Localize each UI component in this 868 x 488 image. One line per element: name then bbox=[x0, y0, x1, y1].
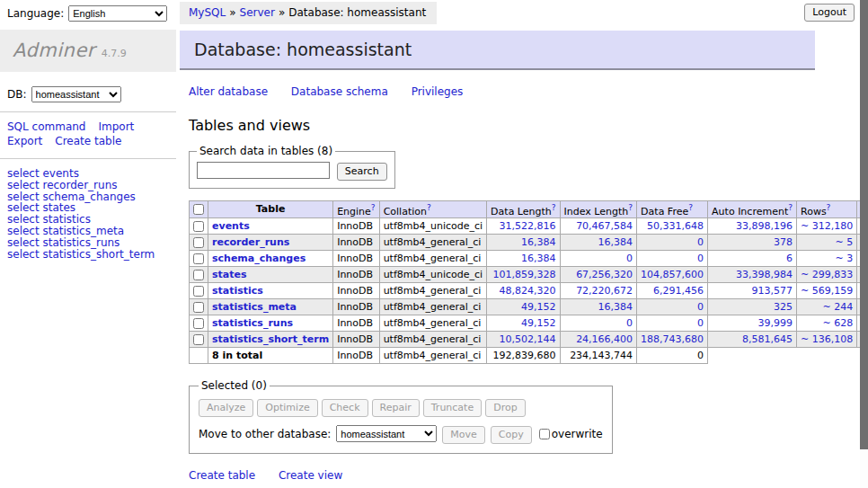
index-length-cell-link[interactable]: 24,166,400 bbox=[576, 333, 633, 345]
data-free-cell-link[interactable]: 50,331,648 bbox=[647, 220, 704, 232]
index-length-cell-link[interactable]: 16,384 bbox=[598, 301, 633, 313]
selected-action-button[interactable]: Analyze bbox=[199, 399, 253, 417]
table-name-link[interactable]: statistics_short_term bbox=[212, 333, 329, 345]
breadcrumb-link-server[interactable]: Server bbox=[240, 6, 275, 19]
help-link[interactable]: ? bbox=[827, 203, 831, 212]
table-row: statesInnoDButf8mb4_unicode_ci101,859,32… bbox=[190, 267, 868, 283]
create-table-link[interactable]: Create table bbox=[189, 469, 255, 482]
sidebar-action-link[interactable]: Import bbox=[98, 120, 134, 133]
data-length-cell-link[interactable]: 16,384 bbox=[521, 236, 556, 248]
data-free-cell-link[interactable]: 104,857,600 bbox=[641, 269, 704, 280]
help-link[interactable]: ? bbox=[688, 203, 693, 212]
data-free-cell-link[interactable]: 188,743,680 bbox=[641, 333, 704, 345]
auto-increment-cell-link[interactable]: 33,898,196 bbox=[736, 220, 793, 232]
data-free-cell-link[interactable]: 6,291,456 bbox=[653, 285, 704, 297]
table-name-link[interactable]: schema_changes bbox=[212, 253, 306, 264]
sidebar-action-link[interactable]: Create table bbox=[55, 135, 121, 147]
index-length-cell-link[interactable]: 16,384 bbox=[598, 236, 633, 248]
row-checkbox[interactable] bbox=[193, 302, 204, 313]
table-name-link[interactable]: statistics_runs bbox=[212, 317, 293, 329]
search-button[interactable]: Search bbox=[337, 163, 387, 181]
data-length-cell: 101,859,328 bbox=[487, 267, 560, 283]
index-length-cell-link[interactable]: 0 bbox=[626, 253, 633, 264]
data-free-cell-link[interactable]: 0 bbox=[697, 253, 704, 264]
data-free-cell-link[interactable]: 0 bbox=[697, 317, 704, 329]
row-checkbox[interactable] bbox=[193, 270, 204, 280]
rows-cell-link[interactable]: ~ 5 bbox=[835, 236, 853, 248]
auto-increment-cell-link[interactable]: 378 bbox=[774, 236, 793, 248]
create-view-link[interactable]: Create view bbox=[279, 469, 342, 482]
alter-database-link[interactable]: Alter database bbox=[189, 85, 268, 98]
row-checkbox[interactable] bbox=[193, 221, 204, 232]
data-free-cell-link[interactable]: 0 bbox=[697, 301, 704, 313]
auto-increment-cell-link[interactable]: 325 bbox=[774, 301, 793, 313]
data-length-cell-link[interactable]: 10,502,144 bbox=[500, 333, 556, 345]
rows-cell-link[interactable]: ~ 569,159 bbox=[801, 285, 853, 297]
rows-cell-link[interactable]: ~ 136,108 bbox=[801, 333, 853, 345]
rows-cell-link[interactable]: ~ 3 bbox=[835, 253, 853, 264]
index-length-cell-link[interactable]: 72,220,672 bbox=[576, 285, 633, 297]
copy-button[interactable]: Copy bbox=[491, 426, 532, 444]
data-length-cell-link[interactable]: 49,152 bbox=[521, 317, 556, 329]
auto-increment-cell-link[interactable]: 6 bbox=[786, 253, 793, 264]
logout-button[interactable]: Logout bbox=[804, 4, 855, 22]
table-name-link[interactable]: statistics_meta bbox=[212, 301, 297, 313]
help-link[interactable]: ? bbox=[552, 203, 556, 212]
table-name-link[interactable]: recorder_runs bbox=[212, 236, 289, 248]
language-select[interactable]: English bbox=[68, 5, 167, 22]
index-length-cell-link[interactable]: 67,256,320 bbox=[576, 269, 633, 280]
privileges-link[interactable]: Privileges bbox=[412, 85, 464, 98]
sidebar-action-link[interactable]: Export bbox=[7, 135, 42, 147]
data-length-cell-link[interactable]: 101,859,328 bbox=[493, 269, 556, 280]
table-name-link[interactable]: states bbox=[212, 269, 247, 280]
sidebar-table-link[interactable]: select statistics_meta bbox=[7, 226, 176, 237]
data-free-cell-link[interactable]: 0 bbox=[697, 236, 704, 248]
data-length-cell-link[interactable]: 48,824,320 bbox=[500, 285, 556, 297]
breadcrumb-link-mysql[interactable]: MySQL bbox=[189, 6, 226, 19]
help-link[interactable]: ? bbox=[628, 203, 633, 212]
row-checkbox[interactable] bbox=[193, 237, 204, 248]
help-link[interactable]: ? bbox=[788, 203, 793, 212]
selected-action-button[interactable]: Repair bbox=[372, 399, 420, 417]
rows-cell-link[interactable]: ~ 244 bbox=[822, 301, 853, 313]
engine-cell: InnoDB bbox=[333, 267, 379, 283]
row-checkbox[interactable] bbox=[193, 253, 204, 264]
overwrite-checkbox[interactable] bbox=[539, 429, 550, 439]
scrollbar-thumb[interactable] bbox=[860, 0, 868, 449]
selected-action-button[interactable]: Drop bbox=[485, 399, 525, 417]
auto-increment-cell-link[interactable]: 8,581,645 bbox=[742, 333, 793, 345]
data-length-cell-link[interactable]: 31,522,816 bbox=[500, 220, 556, 232]
index-length-cell-link[interactable]: 70,467,584 bbox=[576, 220, 633, 232]
row-checkbox[interactable] bbox=[193, 286, 204, 297]
table-name-link[interactable]: statistics bbox=[212, 285, 263, 297]
auto-increment-cell-link[interactable]: 39,999 bbox=[758, 317, 793, 329]
sidebar-action-link[interactable]: SQL command bbox=[7, 120, 85, 133]
move-button[interactable]: Move bbox=[442, 426, 485, 444]
vertical-scrollbar[interactable] bbox=[860, 0, 868, 488]
db-select[interactable]: homeassistant bbox=[31, 86, 121, 102]
auto-increment-cell-link[interactable]: 913,577 bbox=[752, 285, 793, 297]
help-link[interactable]: ? bbox=[371, 203, 376, 212]
index-length-cell-link[interactable]: 0 bbox=[626, 317, 633, 329]
help-link[interactable]: ? bbox=[427, 203, 431, 212]
row-checkbox[interactable] bbox=[193, 318, 204, 329]
sidebar-table-link[interactable]: select statistics_runs bbox=[7, 237, 176, 249]
selected-action-button[interactable]: Truncate bbox=[423, 399, 482, 417]
selected-action-button[interactable]: Optimize bbox=[257, 399, 317, 417]
database-schema-link[interactable]: Database schema bbox=[291, 85, 388, 98]
data-length-cell-link[interactable]: 49,152 bbox=[521, 301, 556, 313]
selected-action-button[interactable]: Check bbox=[322, 399, 368, 417]
rows-cell-link[interactable]: ~ 312,180 bbox=[801, 220, 853, 232]
rows-cell-link[interactable]: ~ 628 bbox=[822, 317, 853, 329]
rows-cell-link[interactable]: ~ 299,833 bbox=[801, 269, 853, 280]
row-checkbox[interactable] bbox=[193, 334, 204, 345]
auto-increment-cell-link[interactable]: 33,398,984 bbox=[736, 269, 793, 280]
search-input[interactable] bbox=[197, 162, 330, 179]
sidebar-table-link[interactable]: select recorder_runs bbox=[7, 180, 176, 191]
move-db-select[interactable]: homeassistant bbox=[336, 425, 437, 442]
sidebar-table-link[interactable]: select events bbox=[7, 168, 176, 180]
sidebar-table-link[interactable]: select statistics_short_term bbox=[7, 249, 176, 261]
data-length-cell-link[interactable]: 16,384 bbox=[521, 253, 556, 264]
select-all-checkbox[interactable] bbox=[193, 204, 204, 215]
table-name-link[interactable]: events bbox=[212, 220, 250, 232]
